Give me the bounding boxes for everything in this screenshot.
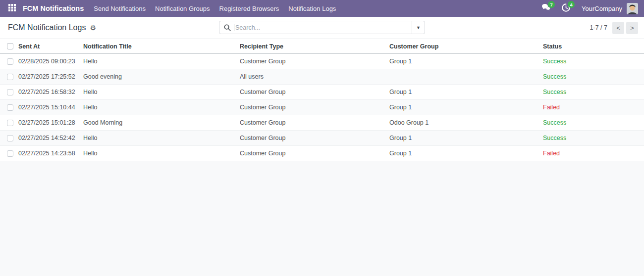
column-header-recipient-type[interactable]: Recipient Type bbox=[240, 39, 389, 54]
table-row[interactable]: 02/27/2025 15:01:28 Good Morning Custome… bbox=[0, 115, 644, 131]
cell-sent-at: 02/27/2025 15:01:28 bbox=[18, 115, 83, 131]
activities-count-badge: 4 bbox=[568, 1, 575, 8]
apps-menu-button[interactable] bbox=[5, 0, 19, 17]
cell-recipient: Customer Group bbox=[240, 146, 389, 161]
gear-icon[interactable]: ⚙ bbox=[90, 24, 96, 31]
column-header-notification-title[interactable]: Notification Title bbox=[83, 39, 240, 54]
cell-group: Group 1 bbox=[389, 131, 543, 146]
cell-sent-at: 02/27/2025 14:23:58 bbox=[18, 146, 83, 161]
cell-group: Odoo Group 1 bbox=[389, 115, 543, 131]
apps-grid-icon bbox=[8, 4, 16, 13]
cell-title: Hello bbox=[83, 100, 240, 115]
pager-range: 1-7 / 7 bbox=[590, 24, 607, 31]
pager-next-button[interactable]: > bbox=[626, 22, 638, 34]
column-header-customer-group[interactable]: Customer Group bbox=[389, 39, 543, 54]
cell-title: Good evening bbox=[83, 69, 240, 85]
cell-sent-at: 02/28/2025 09:00:23 bbox=[18, 54, 83, 69]
app-brand[interactable]: FCM Notifications bbox=[23, 4, 84, 12]
chevron-right-icon: > bbox=[630, 24, 634, 32]
cell-sent-at: 02/27/2025 16:58:32 bbox=[18, 85, 83, 100]
cell-sent-at: 02/27/2025 14:52:42 bbox=[18, 131, 83, 146]
search-icon[interactable] bbox=[224, 24, 231, 31]
cell-sent-at: 02/27/2025 15:10:44 bbox=[18, 100, 83, 115]
messages-button[interactable]: 7 bbox=[540, 2, 552, 14]
table-row[interactable]: 02/28/2025 09:00:23 Hello Customer Group… bbox=[0, 54, 644, 69]
user-menu[interactable]: YourCompany bbox=[580, 3, 638, 14]
cell-title: Hello bbox=[83, 146, 240, 161]
control-panel: FCM Notification Logs ⚙ ▼ 1-7 / 7 < > bbox=[0, 17, 644, 39]
pager: 1-7 / 7 < > bbox=[590, 22, 638, 34]
row-checkbox[interactable] bbox=[7, 120, 13, 126]
cell-group bbox=[389, 69, 543, 85]
cell-group: Group 1 bbox=[389, 85, 543, 100]
text-caret bbox=[234, 24, 234, 31]
cell-sent-at: 02/27/2025 17:25:52 bbox=[18, 69, 83, 85]
cell-recipient: Customer Group bbox=[240, 131, 389, 146]
menu-notification-logs[interactable]: Notification Logs bbox=[288, 5, 336, 12]
table-row[interactable]: 02/27/2025 15:10:44 Hello Customer Group… bbox=[0, 100, 644, 115]
cell-group: Group 1 bbox=[389, 54, 543, 69]
search-dropdown-toggle[interactable]: ▼ bbox=[412, 21, 425, 34]
row-checkbox[interactable] bbox=[7, 104, 13, 111]
app-menus: Send Notifications Notification Groups R… bbox=[94, 5, 336, 12]
row-checkbox[interactable] bbox=[7, 135, 13, 141]
user-avatar bbox=[627, 3, 638, 14]
cell-title: Hello bbox=[83, 131, 240, 146]
cell-recipient: Customer Group bbox=[240, 54, 389, 69]
cell-status: Success bbox=[543, 69, 644, 85]
table-row[interactable]: 02/27/2025 17:25:52 Good evening All use… bbox=[0, 69, 644, 85]
messages-count-badge: 7 bbox=[548, 1, 555, 8]
systray: 7 4 YourCompany bbox=[540, 2, 638, 14]
cell-recipient: All users bbox=[240, 69, 389, 85]
cell-status: Success bbox=[543, 54, 644, 69]
cell-status: Success bbox=[543, 85, 644, 100]
column-header-status[interactable]: Status bbox=[543, 39, 644, 54]
pager-previous-button[interactable]: < bbox=[612, 22, 624, 34]
row-checkbox[interactable] bbox=[7, 58, 13, 65]
row-checkbox[interactable] bbox=[7, 74, 13, 80]
search-bar: ▼ bbox=[219, 21, 425, 34]
page-title: FCM Notification Logs bbox=[8, 23, 86, 32]
cell-title: Good Morning bbox=[83, 115, 240, 131]
cell-status: Failed bbox=[543, 100, 644, 115]
menu-send-notifications[interactable]: Send Notifications bbox=[94, 5, 146, 12]
column-header-sent-at[interactable]: Sent At bbox=[18, 39, 83, 54]
table-header-row: Sent At Notification Title Recipient Typ… bbox=[0, 39, 644, 54]
table-body: 02/28/2025 09:00:23 Hello Customer Group… bbox=[0, 54, 644, 161]
cell-group: Group 1 bbox=[389, 100, 543, 115]
row-checkbox[interactable] bbox=[7, 150, 13, 157]
row-checkbox[interactable] bbox=[7, 89, 13, 95]
company-name: YourCompany bbox=[582, 5, 622, 12]
cell-status: Success bbox=[543, 115, 644, 131]
cell-recipient: Customer Group bbox=[240, 115, 389, 131]
menu-registered-browsers[interactable]: Registered Browsers bbox=[219, 5, 279, 12]
cell-status: Success bbox=[543, 131, 644, 146]
table-row[interactable]: 02/27/2025 14:52:42 Hello Customer Group… bbox=[0, 131, 644, 146]
cell-status: Failed bbox=[543, 146, 644, 161]
cell-title: Hello bbox=[83, 54, 240, 69]
menu-notification-groups[interactable]: Notification Groups bbox=[155, 5, 210, 12]
top-navbar: FCM Notifications Send Notifications Not… bbox=[0, 0, 644, 17]
search-input[interactable] bbox=[234, 21, 412, 34]
cell-recipient: Customer Group bbox=[240, 85, 389, 100]
notification-logs-table: Sent At Notification Title Recipient Typ… bbox=[0, 39, 644, 161]
chevron-down-icon: ▼ bbox=[416, 25, 421, 30]
cell-group: Group 1 bbox=[389, 146, 543, 161]
table-row[interactable]: 02/27/2025 16:58:32 Hello Customer Group… bbox=[0, 85, 644, 100]
activities-button[interactable]: 4 bbox=[560, 2, 572, 14]
cell-recipient: Customer Group bbox=[240, 100, 389, 115]
chevron-left-icon: < bbox=[616, 24, 620, 32]
cell-title: Hello bbox=[83, 85, 240, 100]
table-row[interactable]: 02/27/2025 14:23:58 Hello Customer Group… bbox=[0, 146, 644, 161]
select-all-checkbox[interactable] bbox=[7, 43, 13, 49]
